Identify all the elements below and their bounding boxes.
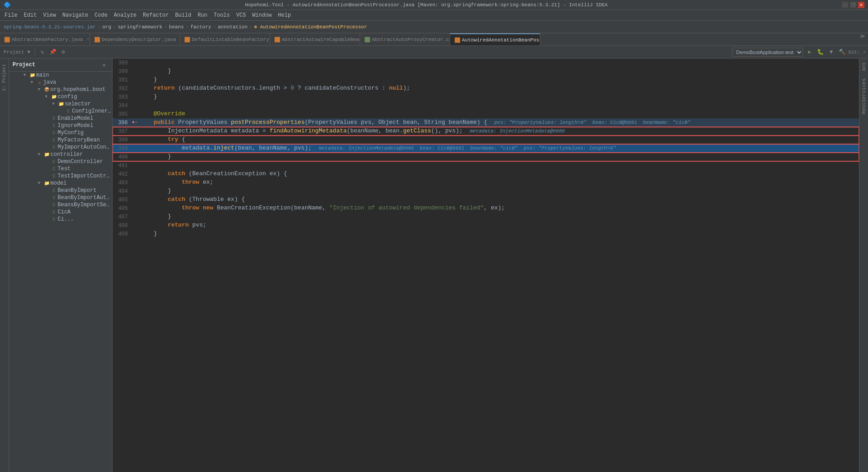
menubar-item-help[interactable]: Help (275, 11, 294, 19)
tree-item-orghopehomi[interactable]: ▼ 📦 org.hopehomi.boot (9, 86, 112, 93)
sidebar-close[interactable]: ✕ (99, 60, 108, 69)
class-icon-beanbyimportauto: C (50, 195, 58, 201)
tree-label-configinnerbean: ConfigInnerBean (72, 108, 112, 114)
vtab-project[interactable]: 1: Project (0, 60, 8, 95)
breadcrumb-class[interactable]: ⊕ AutowiredAnnotationBeanPostProcessor (254, 24, 367, 30)
toolbar-sync[interactable]: ↻ (38, 48, 47, 57)
menubar-item-window[interactable]: Window (249, 11, 274, 19)
code-line-390: 390 } (113, 67, 859, 76)
code-line-395: 395 @Override (113, 110, 859, 118)
menubar-item-navigate[interactable]: Navigate (59, 11, 91, 19)
tree-item-democontroller[interactable]: C DemoController (9, 158, 112, 165)
menubar-item-refactor[interactable]: Refactor (140, 11, 172, 19)
class-icon-myimport: C (50, 144, 58, 150)
run-config-select[interactable]: DemoBootApplication-test (732, 48, 803, 57)
toolbar-git: Git: ✓ (848, 49, 866, 55)
breadcrumb-springframework[interactable]: springframework (118, 24, 163, 30)
tab-abstractbeanfactory[interactable]: AbstractBeanFactory.java × (0, 33, 90, 45)
tab-abstractautowire[interactable]: AbstractAutowireCapableBeanFactory.java … (270, 33, 360, 45)
code-line-406: 406 throw new BeanCreationException(bean… (113, 204, 859, 213)
vtab-restservices[interactable]: RestServices (859, 75, 868, 118)
tree-item-myfactorybean[interactable]: C MyFactoryBean (9, 136, 112, 144)
menubar-item-code[interactable]: Code (92, 11, 110, 19)
menubar-item-run[interactable]: Run (195, 11, 210, 19)
class-icon-test: C (50, 166, 58, 172)
tree-item-enablemodel[interactable]: C EnableModel (9, 115, 112, 122)
toolbar-sep (35, 49, 35, 56)
tab-overflow[interactable]: ≫ (857, 33, 868, 45)
tree-item-selector[interactable]: ▼ 📁 selector (9, 100, 112, 108)
tab-autowiredannotation[interactable]: AutowiredAnnotationBeanPostProcessor.jav… (450, 33, 540, 45)
menubar-item-tools[interactable]: Tools (211, 11, 233, 19)
tree-label-beansbyimport: BeansByImportSelector (58, 202, 112, 208)
tree-item-myconfig[interactable]: C MyConfig (9, 129, 112, 136)
class-icon-myfactorybean: C (50, 137, 58, 143)
code-line-407: 407 } (113, 213, 859, 221)
menubar: FileEditViewNavigateCodeAnalyzeRefactorB… (0, 10, 868, 21)
titlebar-title: Hopehomi-Tool - AutowiredAnnotationBeanP… (11, 2, 842, 8)
toolbar-build[interactable]: 🔨 (837, 48, 846, 57)
sep3: › (164, 24, 167, 30)
tab-abstractautoproxy[interactable]: AbstractAutoProxyCreator.class × (360, 33, 450, 45)
menubar-item-build[interactable]: Build (172, 11, 194, 19)
tree-item-cica[interactable]: C CicA (9, 209, 112, 216)
tree-item-main[interactable]: ▼ 📁 main (9, 72, 112, 79)
menubar-item-analyze[interactable]: Analyze (111, 11, 139, 19)
tab-dependencydescriptor[interactable]: DependencyDescriptor.java × (90, 33, 180, 45)
maximize-button[interactable]: ❐ (850, 2, 856, 8)
tree-label-org: org.hopehomi.boot (50, 86, 105, 93)
tree-item-model[interactable]: ▼ 📁 model (9, 180, 112, 187)
folder-icon-selector: 📁 (58, 101, 65, 107)
class-icon-configinner: C (65, 108, 72, 114)
code-line-391: 391 } (113, 76, 859, 84)
run-button[interactable]: ▶ (805, 48, 814, 57)
tree-item-cicb[interactable]: C Ci... (9, 216, 112, 223)
tab-icon-2 (95, 37, 100, 42)
menubar-item-edit[interactable]: Edit (21, 11, 40, 19)
tree-item-beanbyimport[interactable]: C BeanByImport (9, 187, 112, 194)
toolbar-row: Project ▼ ↻ 📌 ⚙ DemoBootApplication-test… (0, 46, 868, 59)
code-line-400: 400 } (113, 153, 859, 161)
tree-item-beansbyimportselector[interactable]: C BeansByImportSelector (9, 201, 112, 209)
sidebar-header: Project ✕ (9, 59, 112, 72)
menubar-item-vcs[interactable]: VCS (234, 11, 249, 19)
code-editor[interactable]: 389 390 } 391 } 392 return (candidateCon… (113, 59, 859, 472)
class-icon-ignoremodel: C (50, 123, 58, 129)
tree-item-test[interactable]: C Test (9, 165, 112, 172)
breadcrumb-org[interactable]: org (102, 24, 111, 30)
tab-close-1[interactable]: × (86, 37, 89, 42)
tree-item-config[interactable]: ▼ 📁 config (9, 93, 112, 100)
tree-label-main: main (36, 72, 49, 78)
tree-item-ignoremodel[interactable]: C IgnoreModel (9, 122, 112, 129)
code-line-402: 402 catch (BeanCreationException ex) { (113, 170, 859, 178)
breadcrumb-factory[interactable]: factory (190, 24, 211, 30)
tree-item-java[interactable]: ▼ ☕ java (9, 79, 112, 86)
breadcrumb-annotation[interactable]: annotation (218, 24, 248, 30)
tab-defaultlistable[interactable]: DefaultListableBeanFactory.java × (180, 33, 270, 45)
run-more[interactable]: ▼ (827, 48, 836, 57)
tree-item-myimportautoconfiguration[interactable]: C MyImportAutoConfiguration (9, 144, 112, 151)
titlebar-left: 🔷 (4, 1, 11, 9)
sep5: › (213, 24, 216, 30)
code-line-399: 399 metadata.inject(bean, beanName, pvs)… (113, 144, 859, 153)
code-line-397: 397 InjectionMetadata metadata = findAut… (113, 127, 859, 136)
breadcrumb-beans[interactable]: beans (169, 24, 184, 30)
window-controls[interactable]: — ❐ ✕ (842, 2, 864, 8)
tab-icon-4 (275, 37, 280, 42)
minimize-button[interactable]: — (842, 2, 848, 8)
tree-item-controller[interactable]: ▼ 📁 controller (9, 151, 112, 158)
menubar-item-view[interactable]: View (41, 11, 59, 19)
menubar-item-file[interactable]: File (2, 11, 20, 19)
tab-label-3: DefaultListableBeanFactory.java (192, 37, 270, 42)
vtab-ant[interactable]: Ant (859, 59, 868, 75)
toolbar-project: Project ▼ (2, 50, 32, 55)
tree-item-configinnerbean[interactable]: C ConfigInnerBean (9, 108, 112, 115)
class-icon-enablemodel: C (50, 115, 58, 122)
tree-item-beanbyimportautoconfig[interactable]: C BeanByImportAutoConfiguration (9, 194, 112, 201)
breadcrumb-jar[interactable]: spring-beans-5.3.21-sources.jar (4, 24, 96, 30)
tree-item-testimportcontroller[interactable]: C TestImportController (9, 172, 112, 180)
toolbar-pin[interactable]: 📌 (48, 48, 57, 57)
toolbar-settings[interactable]: ⚙ (59, 48, 68, 57)
debug-button[interactable]: 🐛 (816, 48, 825, 57)
close-button[interactable]: ✕ (858, 2, 864, 8)
